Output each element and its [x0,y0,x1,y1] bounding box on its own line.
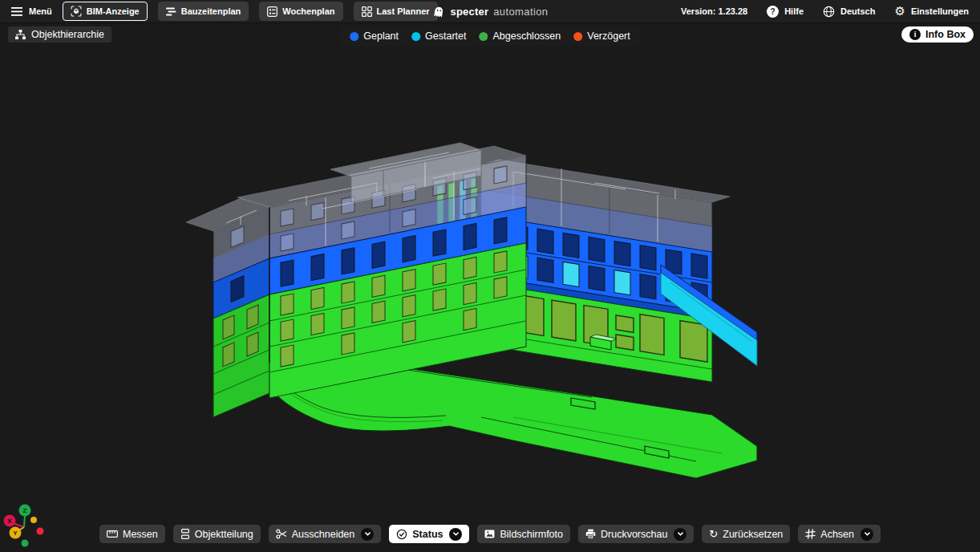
printer-icon [585,529,596,539]
screenshot-icon [484,530,495,538]
legend-item-verzoegert: Verzögert [573,30,630,42]
ruler-icon [107,530,118,538]
axes-dropdown-toggle[interactable] [861,528,873,541]
tab-wochenplan[interactable]: Wochenplan [259,2,342,21]
help-label: Hilfe [784,6,804,16]
object-split-icon [180,529,190,539]
gear-icon: ⚙ [894,6,905,18]
orientation-gizmo[interactable]: Z X Y [0,493,64,552]
axes-grid-icon [805,529,816,539]
axes-label: Achsen [820,529,854,540]
gantt-icon [166,7,176,16]
tab-bim-anzeige[interactable]: BIM-Anzeige [63,2,148,21]
status-legend: Geplant Gestartet Abgeschlossen Verzöger… [340,26,640,46]
brand-logo: specter automation [432,0,549,22]
legend-item-geplant: Geplant [350,30,399,42]
print-preview-dropdown-toggle[interactable] [674,528,686,541]
object-hierarchy-button[interactable]: Objekthierarchie [8,26,111,43]
object-split-button[interactable]: Objektteilung [173,525,261,543]
left-wing-side-face [213,207,269,417]
ghost-icon [432,5,446,18]
help-button[interactable]: ? Hilfe [767,6,804,18]
legend-label: Verzögert [587,30,630,42]
measure-label: Messen [123,529,158,540]
chevron-down-icon [864,531,871,537]
axes-button[interactable]: Achsen [798,525,881,543]
gizmo-neg-y-dot[interactable] [30,517,37,523]
status-dot-geplant [350,32,358,41]
info-box-label: Info Box [925,29,966,40]
cut-dropdown-toggle[interactable] [361,528,374,541]
language-label: Deutsch [840,6,875,16]
svg-text:Z: Z [23,507,27,514]
brand-name: specter [451,6,489,18]
status-dropdown-toggle[interactable] [449,528,462,541]
top-bar: Menü BIM-Anzeige Bauzeitenplan [0,0,980,23]
reset-icon: ↻ [709,529,718,539]
chevron-down-icon [452,531,460,537]
brand-suffix: automation [493,6,548,18]
status-dot-verzoegert [573,32,582,41]
reset-view-button[interactable]: ↻ Zurücksetzen [702,525,790,543]
screenshot-label: Bildschirmfoto [500,529,563,540]
svg-text:X: X [7,518,12,525]
reset-view-label: Zurücksetzen [723,529,783,540]
hamburger-icon [11,7,22,16]
week-list-icon [267,6,277,17]
settings-button[interactable]: ⚙ Einstellungen [894,6,969,18]
tab-label: Last Planner [377,6,430,16]
legend-label: Geplant [363,30,399,42]
print-preview-label: Druckvorschau [601,529,667,540]
chevron-down-icon [364,531,371,537]
building-model [186,143,757,478]
grid-icon [362,6,372,17]
menu-button[interactable]: Menü [11,6,52,16]
chevron-down-icon [677,531,684,537]
status-dot-abgeschlossen [479,32,488,41]
legend-item-gestartet: Gestartet [411,30,466,42]
scissors-icon [276,529,287,539]
info-icon: i [909,29,921,40]
cut-button[interactable]: Ausschneiden [269,525,382,543]
version-text: Version: 1.23.28 [681,6,747,16]
topbar-right: Version: 1.23.28 ? Hilfe Deutsch ⚙ Einst… [681,6,969,18]
bim-app: Z X Y Menü [0,0,980,552]
tab-last-planner[interactable]: Last Planner [354,2,438,21]
screenshot-button[interactable]: Bildschirmfoto [477,525,570,543]
status-button[interactable]: Status [389,525,469,543]
help-icon: ? [767,6,779,18]
tab-bauzeitenplan[interactable]: Bauzeitenplan [158,2,249,21]
status-dot-gestartet [411,32,420,41]
tab-label: Bauzeitenplan [181,6,241,16]
bottom-toolbar: Messen Objektteilung Ausschneiden [0,525,980,543]
gizmo-z-handle[interactable]: Z [19,505,31,517]
legend-item-abgeschlossen: Abgeschlossen [479,30,561,42]
status-label: Status [412,529,443,540]
legend-label: Abgeschlossen [492,30,561,42]
object-hierarchy-label: Objekthierarchie [31,29,104,40]
tab-label: BIM-Anzeige [87,6,140,16]
object-split-label: Objektteilung [195,529,253,540]
status-check-icon [396,529,407,540]
legend-label: Gestartet [425,30,466,42]
hierarchy-icon [15,30,26,39]
measure-button[interactable]: Messen [99,525,165,543]
print-preview-button[interactable]: Druckvorschau [578,525,694,543]
settings-label: Einstellungen [911,6,969,16]
info-box-button[interactable]: i Info Box [901,26,974,43]
globe-icon [823,6,835,18]
language-button[interactable]: Deutsch [823,6,875,18]
menu-label: Menü [29,6,52,16]
tab-label: Wochenplan [282,6,334,16]
bim-view-icon [71,6,82,17]
bim-model-3d-viewport[interactable] [0,0,980,552]
cut-label: Ausschneiden [292,529,355,540]
